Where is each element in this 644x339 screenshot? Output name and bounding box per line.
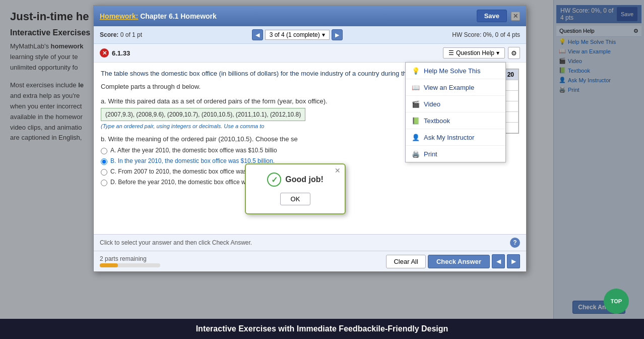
parts-remaining-text: 2 parts remaining: [100, 255, 160, 262]
modal-close-btn[interactable]: ✕: [511, 12, 520, 21]
top-btn[interactable]: TOP: [604, 289, 629, 314]
footer-bar: 2 parts remaining Clear All Check Answer…: [94, 251, 526, 271]
good-job-overlay: ✕ ✓ Good job! OK: [94, 63, 526, 234]
settings-btn[interactable]: ⚙: [508, 47, 520, 59]
good-job-close-btn[interactable]: ✕: [335, 166, 341, 175]
gear-icon: ⚙: [511, 49, 517, 57]
next-question-btn[interactable]: ▶: [332, 29, 343, 40]
progress-bar-container: [100, 263, 160, 267]
question-area: ✕ 6.1.33 ☰ Question Help ▾ ⚙ 💡 Help Me S…: [94, 44, 526, 271]
help-chevron-icon: ▾: [496, 49, 499, 56]
question-help-btn[interactable]: ☰ Question Help ▾: [443, 47, 505, 59]
hint-text: Click to select your answer and then cli…: [100, 239, 506, 246]
progress-bar-fill: [100, 263, 118, 267]
next-btn[interactable]: ▶: [507, 254, 520, 268]
score-text: Score: 0 of 1 pt: [100, 31, 142, 38]
help-icon-list: ☰: [448, 49, 454, 56]
modal-save-btn[interactable]: Save: [477, 10, 507, 22]
nav-label: 3 of 4 (1 complete) ▾: [265, 30, 330, 40]
question-badge: ✕ 6.1.33: [100, 48, 130, 58]
question-content: Ye 20 20 20 20 20 20 The table shows the…: [94, 63, 526, 234]
score-bar: Score: 0 of 1 pt ◀ 3 of 4 (1 complete) ▾…: [94, 26, 526, 44]
bottom-bar-text: Interactive Exercises with Immediate Fee…: [196, 324, 376, 333]
parts-remaining-section: 2 parts remaining: [100, 255, 160, 267]
check-answer-btn[interactable]: Check Answer: [428, 255, 490, 268]
checkmark-icon: ✓: [267, 173, 281, 187]
hw-score-text: HW Score: 0%, 0 of 4 pts: [452, 31, 520, 38]
prev-btn[interactable]: ◀: [492, 254, 505, 268]
bottom-btn-group: Clear All Check Answer ◀ ▶: [386, 254, 520, 268]
clear-all-btn[interactable]: Clear All: [386, 255, 425, 268]
bottom-bar-text2: ile-Friendly Design: [376, 324, 448, 333]
prev-question-btn[interactable]: ◀: [252, 29, 263, 40]
homework-modal: Homework: Chapter 6.1 Homework Save ✕ Sc…: [93, 5, 527, 272]
modal-title: Homework: Chapter 6.1 Homework: [100, 12, 217, 20]
modal-bottom: Click to select your answer and then cli…: [94, 234, 526, 251]
nav-controls: ◀ 3 of 4 (1 complete) ▾ ▶: [252, 29, 343, 40]
modal-titlebar: Homework: Chapter 6.1 Homework Save ✕: [94, 6, 526, 26]
good-job-dialog: ✕ ✓ Good job! OK: [245, 163, 346, 214]
help-circle-icon: ?: [510, 238, 520, 248]
hint-section: Click to select your answer and then cli…: [100, 238, 520, 248]
bottom-bar: Interactive Exercises with Immediate Fee…: [0, 319, 644, 339]
question-header: ✕ 6.1.33 ☰ Question Help ▾ ⚙: [94, 44, 526, 63]
good-job-header: ✓ Good job!: [267, 173, 324, 187]
question-help-area: ☰ Question Help ▾ ⚙: [443, 47, 520, 59]
good-job-ok-btn[interactable]: OK: [280, 193, 311, 205]
wrong-badge: ✕: [100, 48, 109, 58]
